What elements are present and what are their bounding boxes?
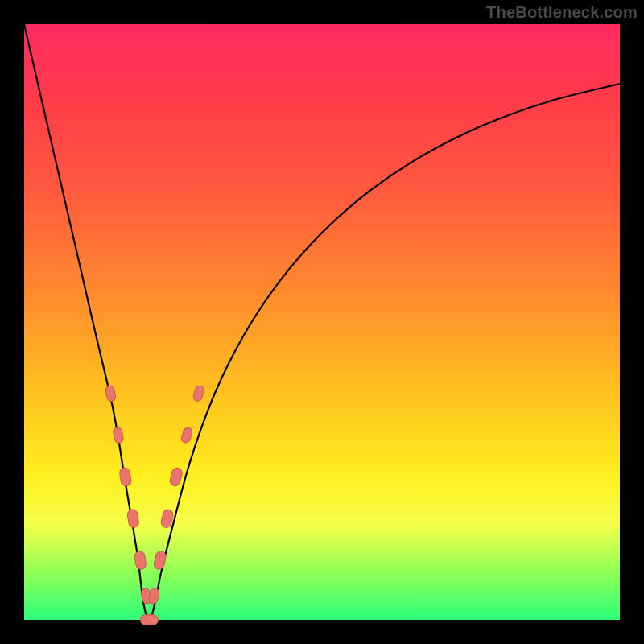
curve-marker [105,385,116,402]
curve-marker [127,509,140,528]
curve-marker [113,427,124,444]
bottleneck-chart [24,24,620,620]
curve-marker [134,551,147,570]
curve-marker [140,615,158,625]
curve-marker [180,427,193,444]
curve-marker [119,467,132,486]
chart-stage: TheBottleneck.com [0,0,644,644]
curve-line [24,24,620,620]
plot-area [24,24,620,620]
marker-group [105,385,205,625]
curve-marker [192,385,205,402]
curve-marker [169,467,184,487]
curve-marker [153,551,167,571]
watermark-text: TheBottleneck.com [486,3,638,22]
curve-marker [148,588,160,605]
